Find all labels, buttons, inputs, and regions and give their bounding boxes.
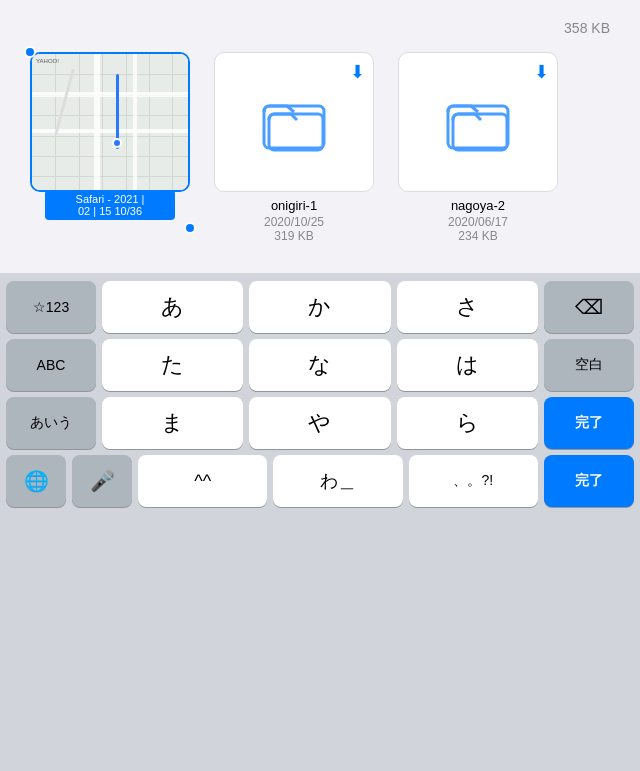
key-a[interactable]: あ xyxy=(102,281,243,333)
svg-rect-2 xyxy=(448,106,508,148)
cloud-download-icon-2: ⬇ xyxy=(534,61,549,83)
key-special-1[interactable]: ☆123 xyxy=(6,281,96,333)
key-ma[interactable]: ま xyxy=(102,397,243,449)
file-size-nagoya: 234 KB xyxy=(458,229,497,243)
key-punct[interactable]: 、。?! xyxy=(409,455,538,507)
top-file-size: 358 KB xyxy=(30,20,610,36)
file-thumb-safari[interactable]: YAHOO! xyxy=(30,52,190,192)
file-thumb-onigiri[interactable]: ⬇ xyxy=(214,52,374,192)
keyboard-row-4: 🌐 🎤 ^^ わ＿ 、。?! 完了 xyxy=(6,455,634,507)
key-abc[interactable]: ABC xyxy=(6,339,96,391)
selection-label: Safari - 2021 |02 | 15 10/36 xyxy=(45,190,175,220)
key-daku[interactable]: ^^ xyxy=(138,455,267,507)
key-ta[interactable]: た xyxy=(102,339,243,391)
key-ha[interactable]: は xyxy=(397,339,538,391)
key-ka[interactable]: か xyxy=(249,281,390,333)
file-grid: YAHOO! Safari - 2021 |02 | 15 10/36 ⬇ xyxy=(30,52,610,243)
keyboard-row-2: ABC た な は 空白 xyxy=(6,339,634,391)
file-label-nagoya: nagoya-2 xyxy=(451,198,505,213)
key-na[interactable]: な xyxy=(249,339,390,391)
key-delete[interactable]: ⌫ xyxy=(544,281,634,333)
file-item-nagoya[interactable]: ⬇ nagoya-2 2020/06/17 234 KB xyxy=(398,52,558,243)
selection-handle-top xyxy=(24,46,36,58)
key-done-2[interactable]: 完了 xyxy=(544,455,634,507)
file-date-onigiri: 2020/10/25 xyxy=(264,215,324,229)
file-item-safari[interactable]: YAHOO! Safari - 2021 |02 | 15 10/36 xyxy=(30,52,190,192)
file-item-onigiri[interactable]: ⬇ onigiri-1 2020/10/25 319 KB xyxy=(214,52,374,243)
selection-handle-bottom xyxy=(184,222,196,234)
cloud-download-icon: ⬇ xyxy=(350,61,365,83)
file-date-nagoya: 2020/06/17 xyxy=(448,215,508,229)
svg-rect-0 xyxy=(264,106,324,148)
key-done[interactable]: 完了 xyxy=(544,397,634,449)
key-globe[interactable]: 🌐 xyxy=(6,455,66,507)
keyboard-row-3: あいう ま や ら 完了 xyxy=(6,397,634,449)
key-mic[interactable]: 🎤 xyxy=(72,455,132,507)
file-label-onigiri: onigiri-1 xyxy=(271,198,317,213)
key-space[interactable]: 空白 xyxy=(544,339,634,391)
key-sa[interactable]: さ xyxy=(397,281,538,333)
key-wa[interactable]: わ＿ xyxy=(273,455,402,507)
key-ra[interactable]: ら xyxy=(397,397,538,449)
file-thumb-nagoya[interactable]: ⬇ xyxy=(398,52,558,192)
key-ya[interactable]: や xyxy=(249,397,390,449)
file-size-onigiri: 319 KB xyxy=(274,229,313,243)
key-aiueo[interactable]: あいう xyxy=(6,397,96,449)
keyboard: ☆123 あ か さ ⌫ ABC た な は 空白 あいう ま や ら 完了 🌐… xyxy=(0,273,640,771)
files-area: 358 KB xyxy=(0,0,640,253)
keyboard-row-1: ☆123 あ か さ ⌫ xyxy=(6,281,634,333)
